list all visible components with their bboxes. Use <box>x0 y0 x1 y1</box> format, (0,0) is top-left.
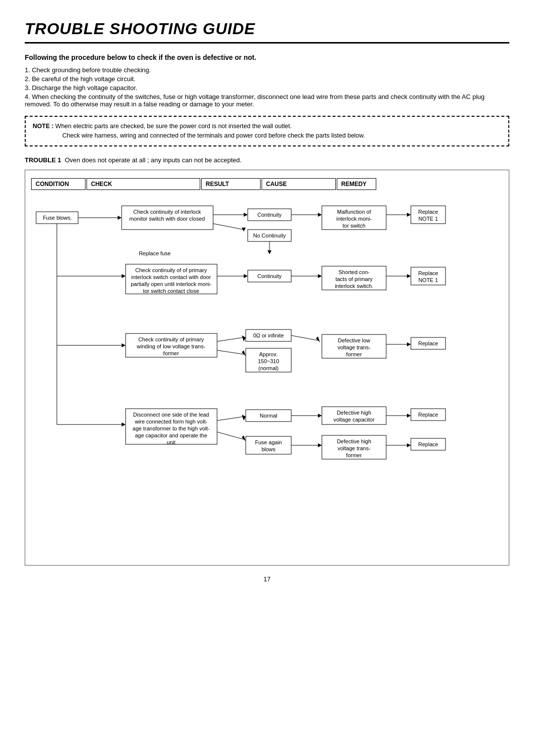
svg-text:Malfunction of: Malfunction of <box>337 209 371 215</box>
svg-text:interlock moni-: interlock moni- <box>336 216 372 222</box>
svg-marker-18 <box>407 213 411 217</box>
header-result: RESULT <box>201 178 261 190</box>
svg-text:tor switch: tor switch <box>343 223 365 229</box>
svg-line-101 <box>217 432 244 439</box>
svg-text:No Continuity: No Continuity <box>253 233 286 238</box>
note-text2: Check wire harness, wiring and connected… <box>62 132 365 139</box>
svg-text:Approx.: Approx. <box>259 351 278 357</box>
svg-text:Fuse again: Fuse again <box>255 439 282 445</box>
svg-marker-81 <box>122 423 126 426</box>
svg-text:monitor switch with door close: monitor switch with door closed <box>130 216 205 222</box>
svg-text:Continuity: Continuity <box>258 212 282 218</box>
svg-text:winding of low voltage trans-: winding of low voltage trans- <box>136 343 206 349</box>
svg-marker-93 <box>318 414 322 418</box>
svg-text:NOTE 1: NOTE 1 <box>418 277 438 283</box>
diagram-header: CONDITION CHECK RESULT CAUSE REMEDY <box>31 178 503 190</box>
svg-text:NOTE 1: NOTE 1 <box>418 216 438 222</box>
svg-marker-31 <box>122 274 126 278</box>
svg-text:interlock switch contact with : interlock switch contact with door <box>132 274 211 280</box>
svg-text:Check continuity of of primary: Check continuity of of primary <box>135 267 207 273</box>
svg-text:former: former <box>346 351 362 357</box>
svg-line-88 <box>217 417 244 421</box>
svg-text:Replace: Replace <box>418 270 438 276</box>
note-label: NOTE : <box>33 123 53 130</box>
flow-diagram: Fuse blows. Check continuity of interloc… <box>31 197 506 533</box>
svg-text:Check continuity of interlock: Check continuity of interlock <box>134 209 201 215</box>
intro-steps: 1. Check grounding before trouble checki… <box>25 66 509 108</box>
svg-line-22 <box>213 224 244 230</box>
svg-text:interlock switch.: interlock switch. <box>335 283 373 289</box>
svg-marker-102 <box>242 435 246 441</box>
svg-text:tacts of primary: tacts of primary <box>335 276 373 282</box>
note-box: NOTE : When electric parts are checked, … <box>25 116 509 146</box>
svg-text:former: former <box>346 452 362 458</box>
svg-marker-12 <box>318 213 322 217</box>
trouble-label: TROUBLE 1 Oven does not operate at all ;… <box>25 156 509 164</box>
intro-step-4: 4. When checking the continuity of the s… <box>25 93 509 108</box>
svg-line-63 <box>291 335 318 340</box>
svg-text:Defective low: Defective low <box>338 337 370 343</box>
svg-text:former: former <box>163 350 179 356</box>
svg-text:Fuse blows.: Fuse blows. <box>43 215 72 221</box>
svg-marker-113 <box>407 443 411 447</box>
svg-marker-3 <box>118 216 122 220</box>
svg-text:wire connected form high volt-: wire connected form high volt- <box>134 419 208 425</box>
svg-text:Replace: Replace <box>418 340 438 346</box>
svg-marker-54 <box>122 343 126 347</box>
header-cause: CAUSE <box>262 178 336 190</box>
svg-text:Continuity: Continuity <box>258 273 282 279</box>
svg-marker-64 <box>316 336 320 342</box>
header-remedy: REMEDY <box>337 178 376 190</box>
svg-marker-107 <box>318 443 322 447</box>
svg-text:Replace: Replace <box>418 209 438 215</box>
svg-text:Replace fuse: Replace fuse <box>139 250 171 256</box>
svg-text:0Ω or infinite: 0Ω or infinite <box>253 332 284 338</box>
diagram-container: CONDITION CHECK RESULT CAUSE REMEDY Fuse… <box>25 170 509 566</box>
svg-text:voltage trans-: voltage trans- <box>338 445 371 451</box>
svg-text:Defective high: Defective high <box>337 410 371 416</box>
note-text1: When electric parts are checked, be sure… <box>55 123 292 130</box>
intro-step-1: 1. Check grounding before trouble checki… <box>25 66 509 74</box>
intro-step-3: 3. Discharge the high voltage capacitor. <box>25 84 509 92</box>
svg-marker-76 <box>407 342 411 346</box>
header-check: CHECK <box>87 178 200 190</box>
svg-marker-42 <box>318 274 322 278</box>
intro-heading: Following the procedure below to check i… <box>25 53 509 61</box>
svg-text:Defective high: Defective high <box>337 438 371 444</box>
svg-marker-38 <box>244 274 248 278</box>
page-title: TROUBLE SHOOTING GUIDE <box>25 20 509 44</box>
svg-text:(normal): (normal) <box>259 365 279 371</box>
svg-text:Replace: Replace <box>418 412 438 418</box>
svg-text:Check continuity of primary: Check continuity of primary <box>138 336 204 342</box>
svg-text:tor switch contact close: tor switch contact close <box>143 288 199 294</box>
svg-text:blows: blows <box>262 446 276 452</box>
intro-step-2: 2. Be careful of the high voltage circui… <box>25 75 509 83</box>
svg-text:age transformer to the high vo: age transformer to the high volt- <box>133 425 210 431</box>
page-number: 17 <box>25 575 509 583</box>
svg-text:150~310: 150~310 <box>258 358 279 364</box>
svg-text:Replace: Replace <box>418 441 438 447</box>
svg-marker-98 <box>407 414 411 418</box>
header-condition: CONDITION <box>31 178 86 190</box>
svg-marker-89 <box>242 415 246 421</box>
svg-line-65 <box>217 350 244 354</box>
svg-text:age capacitor and operate the: age capacitor and operate the <box>135 432 207 438</box>
svg-marker-23 <box>242 228 246 232</box>
svg-marker-66 <box>242 350 246 356</box>
svg-text:partially open until interlock: partially open until interlock moni- <box>131 281 212 287</box>
svg-line-59 <box>217 337 244 341</box>
svg-marker-27 <box>267 250 271 254</box>
svg-text:Normal: Normal <box>260 413 277 419</box>
svg-text:voltage capacitor: voltage capacitor <box>333 417 374 423</box>
svg-text:unit: unit <box>167 439 176 445</box>
svg-marker-60 <box>242 335 246 341</box>
svg-text:Shorted con-: Shorted con- <box>339 269 370 275</box>
svg-marker-48 <box>407 274 411 278</box>
svg-text:voltage trans-: voltage trans- <box>338 344 371 350</box>
svg-marker-8 <box>244 213 248 217</box>
svg-text:Disconnect one side of the lea: Disconnect one side of the lead <box>133 412 209 418</box>
